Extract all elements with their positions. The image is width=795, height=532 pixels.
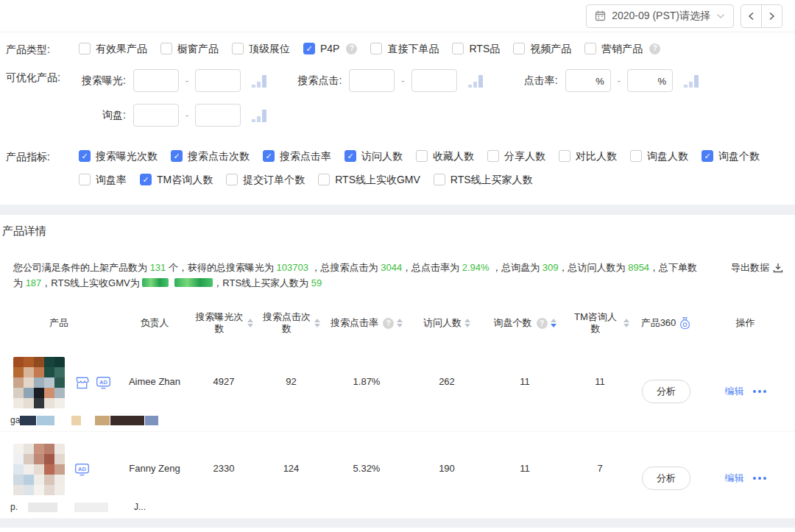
summary-value: 8954 [628,262,649,273]
checkbox-搜索点击率[interactable]: ✓搜索点击率 [263,149,331,163]
checkbox-checked-icon[interactable]: ✓ [79,150,91,162]
bar-chart-icon[interactable] [468,74,483,88]
range-group-inquiries: 询盘:- [79,104,266,127]
summary-segment: 个，获得的总搜索曝光为 [166,262,276,273]
checkbox-icon[interactable] [452,43,464,54]
checkbox-icon[interactable] [513,43,525,54]
checkbox-询盘率[interactable]: 询盘率 [79,172,127,187]
checkbox-搜索点击次数[interactable]: ✓搜索点击次数 [171,149,250,163]
bar-chart-icon[interactable] [252,109,266,122]
column-label: 搜索点击率 [331,317,378,329]
checkbox-P4P[interactable]: ✓P4P? [303,41,357,56]
click-rate-max-input[interactable] [627,69,673,92]
checkbox-icon[interactable] [584,43,596,54]
checkbox-营销产品[interactable]: 营销产品? [584,41,660,56]
sort-control-impressions[interactable] [247,319,253,327]
checkbox-访问人数[interactable]: ✓访问人数 [344,149,403,163]
range-dash: - [186,110,188,121]
checkbox-checked-icon[interactable]: ✓ [140,174,152,185]
checkbox-checked-icon[interactable]: ✓ [702,150,713,162]
checkbox-label: 视频产品 [530,41,571,56]
sort-control-inquiries[interactable] [551,319,556,327]
analyze-button[interactable]: 分析 [642,380,690,403]
money-bag-icon[interactable] [679,316,691,330]
search-impressions-min-input[interactable] [133,69,179,92]
checkbox-提交订单个数[interactable]: 提交订单个数 [226,172,305,187]
column-label: 产品360 [641,317,676,329]
more-actions-button[interactable] [753,390,766,393]
range-label: 搜索点击: [294,74,342,88]
sort-control-tm[interactable] [623,319,629,327]
search-clicks-min-input[interactable] [349,69,395,92]
help-icon[interactable]: ? [383,318,394,329]
checkbox-icon[interactable] [79,43,91,54]
help-icon[interactable]: ? [649,43,660,54]
product-title-redacted [74,503,108,512]
checkbox-icon[interactable] [487,150,499,162]
ad-icon: AD [96,376,111,389]
product-image[interactable] [13,444,65,495]
more-actions-button[interactable] [753,477,766,480]
checkbox-询盘个数[interactable]: ✓询盘个数 [702,149,760,163]
checkbox-RTS品[interactable]: RTS品 [452,41,500,56]
checkbox-checked-icon[interactable]: ✓ [263,150,275,162]
edit-link[interactable]: 编辑 [725,472,744,485]
checkbox-icon[interactable] [318,174,330,185]
checkbox-分享人数[interactable]: 分享人数 [487,149,545,163]
checkbox-直接下单品[interactable]: 直接下单品 [370,41,439,56]
help-icon[interactable]: ? [346,43,357,54]
summary-segment: ，总访问人数为 [559,262,629,273]
checkbox-icon[interactable] [416,150,428,162]
checkbox-顶级展位[interactable]: 顶级展位 [232,41,290,56]
checkbox-checked-icon[interactable]: ✓ [303,43,315,54]
inquiries-max-input[interactable] [195,104,241,127]
checkbox-label: 询盘个数 [718,149,760,163]
checkbox-icon[interactable] [232,43,244,54]
checkbox-icon[interactable] [226,174,238,185]
checkbox-询盘人数[interactable]: 询盘人数 [630,149,688,163]
checkbox-checked-icon[interactable]: ✓ [344,150,356,162]
checkbox-橱窗产品[interactable]: 橱窗产品 [160,41,219,56]
checkbox-收藏人数[interactable]: 收藏人数 [416,149,474,163]
bar-chart-icon[interactable] [252,74,266,88]
inquiries-min-input[interactable] [133,104,179,127]
column-label: 询盘个数 [494,317,532,329]
checkbox-icon[interactable] [160,43,172,54]
checkbox-icon[interactable] [559,150,570,162]
checkbox-有效果产品[interactable]: 有效果产品 [79,41,147,56]
sort-control-visitors[interactable] [464,319,470,327]
checkbox-icon[interactable] [434,174,445,185]
checkbox-checked-icon[interactable]: ✓ [171,150,183,162]
edit-link[interactable]: 编辑 [725,385,744,398]
column-header-actions: 操作 [696,317,795,329]
checkbox-视频产品[interactable]: 视频产品 [513,41,571,56]
checkbox-icon[interactable] [370,43,382,54]
checkbox-搜索曝光次数[interactable]: ✓搜索曝光次数 [79,149,158,163]
checkbox-对比人数[interactable]: 对比人数 [559,149,617,163]
next-period-button[interactable] [761,4,782,28]
analyze-button[interactable]: 分析 [642,467,690,490]
sort-control-clicks[interactable] [314,319,320,327]
product-details-section: 产品详情 您公司满足条件的上架产品数为 131 个，获得的总搜索曝光为 1037… [0,215,795,519]
checkbox-icon[interactable] [630,150,642,162]
date-picker[interactable]: 2020-09 (PST)请选择 [586,4,734,28]
checkbox-RTS线上买家人数[interactable]: RTS线上买家人数 [434,172,533,187]
search-impressions-max-input[interactable] [195,69,241,92]
help-icon[interactable]: ? [537,318,548,329]
checkbox-RTS线上实收GMV[interactable]: RTS线上实收GMV [318,172,420,187]
range-dash: - [618,75,621,86]
sort-control-ctr[interactable] [397,319,403,327]
prev-period-button[interactable] [741,4,762,28]
product-image[interactable] [13,357,65,408]
click-rate-min-input[interactable] [565,69,611,92]
summary-segment: ，总搜索点击为 [308,262,381,273]
column-header-ctr: 搜索点击率? [326,317,407,329]
summary-value: 309 [543,262,559,273]
checkbox-TM咨询人数[interactable]: ✓TM咨询人数 [140,172,213,187]
checkbox-icon[interactable] [79,174,91,185]
column-label: 负责人 [141,317,169,329]
export-data-button[interactable]: 导出数据 [731,260,783,274]
table-header: 产品负责人搜索曝光次数搜索点击次数搜索点击率?访问人数询盘个数?TM咨询人数产品… [0,301,795,345]
bar-chart-icon[interactable] [684,74,699,88]
search-clicks-max-input[interactable] [411,69,457,92]
